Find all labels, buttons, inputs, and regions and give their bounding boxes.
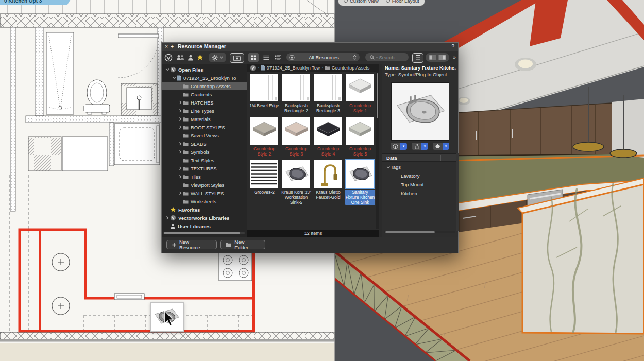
resource-thumbnail[interactable]	[250, 160, 278, 188]
tree-item-roof-styles[interactable]: ROOF STYLES	[162, 123, 247, 131]
chevron-down-icon[interactable]: ▾	[421, 143, 428, 150]
tree-expander[interactable]	[177, 125, 183, 129]
tree-item-saved-views[interactable]: Saved Views	[162, 131, 247, 140]
tree-expander[interactable]	[177, 175, 183, 179]
tree-expander[interactable]	[177, 109, 183, 113]
tree-item-countertop-assets[interactable]: Countertop Assets	[162, 82, 247, 90]
resource-thumbnail[interactable]	[250, 74, 278, 101]
resource-item[interactable]: Kraus Kore 33" Workstation Sink-5	[280, 159, 312, 207]
resource-thumbnail[interactable]	[314, 74, 342, 101]
preview-object-dropdown[interactable]: ▾	[412, 143, 428, 150]
tags-group-row[interactable]: Tags	[382, 163, 459, 171]
tree-item-user-libraries[interactable]: User Libraries	[162, 222, 247, 230]
breadcrumb-item[interactable]: Countertop Assets	[332, 65, 370, 71]
tree-expander[interactable]	[177, 142, 183, 146]
resource-item[interactable]: Countertop Style-5	[344, 115, 376, 159]
help-icon[interactable]: ?	[451, 43, 454, 49]
resource-filter-dropdown[interactable]: All Resources	[286, 53, 360, 61]
resource-item[interactable]: Kraus Oletto Faucet-Gold	[312, 159, 344, 207]
settings-button[interactable]	[209, 53, 226, 62]
shared-libraries-button[interactable]	[175, 53, 185, 62]
resource-thumbnail[interactable]	[346, 160, 374, 188]
tree-item-gradients[interactable]: Gradients	[162, 90, 247, 98]
new-resource-button[interactable]: New Resource...	[166, 240, 217, 249]
list-view-button[interactable]	[261, 53, 271, 62]
resource-thumbnail[interactable]	[282, 117, 310, 145]
tree-item-slabs[interactable]: SLABS	[162, 140, 247, 148]
resource-item[interactable]: Sanitary Fixture Kitchen One Sink	[344, 159, 376, 207]
grid-view-button[interactable]	[248, 53, 259, 62]
tree-item-wall-styles[interactable]: WALL STYLES	[162, 189, 247, 197]
preview-cube-dropdown[interactable]: ▾	[391, 143, 407, 150]
tree-item-viewport-styles[interactable]: Viewport Styles	[162, 181, 247, 189]
new-folder-button[interactable]: New Folder...	[220, 240, 265, 249]
resource-thumbnail[interactable]	[346, 117, 374, 145]
resource-thumbnail[interactable]	[346, 74, 374, 101]
user-library-button[interactable]	[187, 53, 195, 62]
tree-item-open-files[interactable]: Open Files	[162, 65, 247, 74]
tab-floor-layout[interactable]: Floor Layout	[386, 0, 419, 5]
plan-sheet-tab[interactable]: 0 Kitchen Opt 3	[0, 0, 72, 5]
resource-thumbnail[interactable]	[314, 160, 342, 188]
resource-thumbnail[interactable]	[250, 117, 278, 145]
tree-horizontal-scrollbar[interactable]	[163, 232, 245, 234]
search-field[interactable]	[365, 53, 409, 61]
close-icon[interactable]: ×	[165, 43, 168, 49]
chevron-down-icon[interactable]: ▾	[400, 143, 407, 150]
tree-item-vectorworks-libraries[interactable]: Vectorworks Libraries	[162, 214, 247, 222]
tree-expander[interactable]	[177, 166, 183, 170]
resource-thumbnail[interactable]	[314, 117, 342, 145]
tree-expander[interactable]	[177, 100, 183, 105]
search-input[interactable]	[378, 54, 407, 61]
preview-horizontal-scrollbar[interactable]	[384, 231, 455, 233]
tree-item-line-types[interactable]: Line Types	[162, 107, 247, 115]
preview-vertical-scrollbar[interactable]	[456, 153, 459, 231]
tree-item-worksheets[interactable]: Worksheets	[162, 197, 247, 205]
resource-item[interactable]: Countertop Style-4	[312, 115, 344, 159]
data-section-header[interactable]: Data	[382, 153, 459, 162]
resource-item[interactable]: Countertop Style-2	[248, 115, 280, 159]
resource-manager-titlebar[interactable]: × + Resource Manager ?	[162, 43, 458, 52]
tree-item-favorites[interactable]: Favorites	[162, 205, 247, 214]
new-folder-toolbar-button[interactable]	[230, 53, 244, 63]
left-panel-layout-icon[interactable]	[429, 55, 436, 60]
tag-row[interactable]: Top Mount	[382, 180, 459, 189]
tree-expander[interactable]	[386, 165, 391, 169]
add-tab-icon[interactable]: +	[171, 43, 174, 49]
tag-row[interactable]: Kitchen	[382, 189, 459, 198]
right-panel-layout-icon[interactable]	[438, 55, 446, 60]
tree-expander[interactable]	[171, 76, 177, 80]
tree-expander[interactable]	[177, 150, 183, 154]
preview-pane-toggle-button[interactable]	[412, 53, 423, 63]
resource-item[interactable]: 1/4 Bevel Edge	[248, 72, 280, 115]
dragged-resource-ghost[interactable]	[150, 302, 184, 332]
detail-view-button[interactable]	[273, 53, 283, 62]
grid-vertical-scrollbar[interactable]	[376, 72, 379, 229]
tab-custom-view[interactable]: Custom View	[344, 0, 379, 5]
vectorworks-logo-button[interactable]	[164, 53, 173, 62]
breadcrumb-item[interactable]: 071924_25_Brooklyn Tow	[267, 65, 320, 71]
tree-item-text-styles[interactable]: Text Styles	[162, 156, 247, 164]
tag-row[interactable]: Lavatory	[382, 171, 459, 180]
tree-item-symbols[interactable]: Symbols	[162, 148, 247, 156]
tree-item-tiles[interactable]: Tiles	[162, 173, 247, 181]
toolbar-overflow-button[interactable]: »	[451, 53, 457, 62]
tree-item-hatches[interactable]: HATCHES	[162, 98, 247, 107]
resource-item[interactable]: Grooves-2	[248, 159, 280, 207]
resource-item[interactable]: Countertop Style-1	[344, 72, 376, 115]
resource-item[interactable]: Countertop Style-3	[280, 115, 312, 159]
favorites-button[interactable]	[196, 53, 204, 62]
resource-item[interactable]: Backsplash Rectangle-2	[280, 72, 312, 115]
tree-expander[interactable]	[177, 117, 183, 121]
chevron-down-icon[interactable]: ▾	[443, 143, 449, 150]
resource-thumbnail[interactable]	[282, 160, 310, 188]
tree-item-textures[interactable]: TEXTURES	[162, 164, 247, 173]
tree-expander[interactable]	[164, 67, 170, 72]
resource-item[interactable]: Backsplash Rectangle-3	[312, 72, 344, 115]
tree-expander[interactable]	[164, 216, 170, 220]
tree-item-materials[interactable]: Materials	[162, 115, 247, 123]
tree-item-071924-25-brooklyn-to[interactable]: 071924_25_Brooklyn To	[162, 74, 247, 82]
resource-thumbnail[interactable]	[282, 74, 310, 101]
preview-teapot-dropdown[interactable]: ▾	[433, 143, 449, 150]
tree-expander[interactable]	[177, 191, 183, 195]
